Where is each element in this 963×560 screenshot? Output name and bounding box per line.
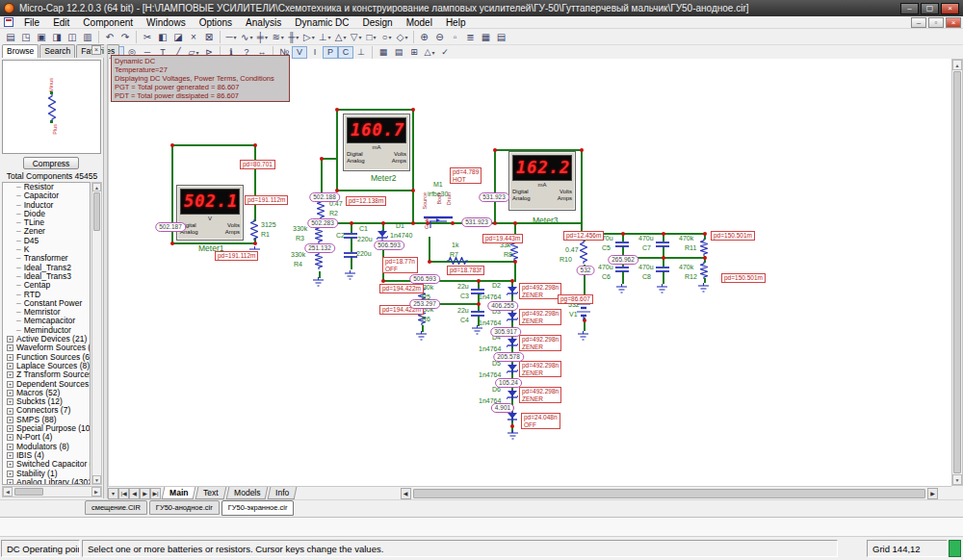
save-as-button[interactable]: ◨ [49,30,65,44]
power-label[interactable]: pd=150.501m [721,273,766,283]
ground-symbol[interactable] [577,331,589,341]
grid-toggle-button[interactable]: ▦ [376,46,391,59]
sine-source-button[interactable]: ∿▾ [239,30,254,44]
sheet-nav-button[interactable]: |◀ [118,488,129,499]
expand-icon[interactable]: + [7,344,13,351]
file-tab-гу50-анодное-cir[interactable]: ГУ50-анодное.cir [149,500,220,515]
sheet-tab-info[interactable]: Info [268,487,298,499]
docked-text-area[interactable] [0,517,963,537]
zener-symbol-D4[interactable] [507,338,518,348]
ground-symbol[interactable] [656,284,668,293]
print-preview-button[interactable]: ◫ [65,30,80,44]
expand-icon[interactable]: + [7,479,13,485]
zoom-in-button[interactable]: ⊕ [417,30,432,44]
menu-file[interactable]: File [17,16,46,29]
expand-icon[interactable]: + [7,444,13,450]
power-label[interactable]: pd=18.783f [447,266,484,275]
transistor-dropdown-icon[interactable]: ▾ [343,34,346,40]
pin-connections-button[interactable]: ⊥ [353,46,369,59]
wire[interactable] [171,144,256,146]
power-label[interactable]: pd=19.443m [482,234,523,243]
meter1[interactable]: 502.1 V DigitalAnalogVoltsAmps [176,185,244,241]
component-label[interactable]: C7 [642,244,651,252]
save-button[interactable]: ▣ [34,30,49,44]
file-tab-гу50-экранное-cir[interactable]: ГУ50-экранное.cir [221,500,295,516]
sheet-tab-text[interactable]: Text [195,487,226,499]
child-minimize-button[interactable]: ‒ [911,17,926,28]
rotate-tool-dropdown-icon[interactable]: ▾ [431,49,434,56]
node-voltage-label[interactable]: 502.188 [309,192,340,202]
new-file-button[interactable]: ▤ [3,30,18,44]
node-voltage-label[interactable]: 531.923 [479,192,509,202]
capacitor-button[interactable]: ╫▾ [286,30,301,44]
component-label[interactable]: C2 [336,232,345,240]
component-label[interactable]: R4 [294,261,302,268]
delete-button[interactable]: × [186,30,201,44]
component-label[interactable]: 22u [457,307,469,315]
node-voltage-label[interactable]: 105.24 [495,378,522,388]
expand-icon[interactable]: + [7,417,13,423]
copy-button[interactable]: ◧ [155,30,170,44]
connector-button[interactable]: ◇▾ [395,30,410,44]
node-voltage-label[interactable]: 502.187 [155,222,186,232]
menu-dynamic-dc[interactable]: Dynamic DC [288,16,355,29]
expand-icon[interactable]: + [7,363,13,369]
power-label[interactable]: pd=492.298nZENER [519,335,561,351]
hscroll-left-button[interactable]: ◀ [401,488,411,499]
meter3[interactable]: 162.2 mA DigitalAnalogVoltsAmps [508,151,576,211]
capacitor-symbol-C8[interactable] [656,266,669,273]
ground-dropdown-icon[interactable]: ▾ [328,34,331,40]
diode-dropdown-icon[interactable]: ▾ [312,34,315,40]
zener-symbol-D2[interactable] [507,286,518,296]
component-label[interactable]: 470u [598,264,613,271]
power-label[interactable]: pd=191.112m [215,251,258,261]
node-voltage-label[interactable]: 253.297 [409,299,440,309]
node-voltage-label[interactable]: 506.593 [374,241,404,250]
node-voltage-label[interactable]: 502.283 [307,218,338,228]
connector-dropdown-icon[interactable]: ▾ [404,34,407,40]
power-label[interactable]: pd=12.138m [346,196,386,206]
diode-symbol-D7[interactable] [507,412,518,422]
resistor-button[interactable]: ≋▾ [270,30,285,44]
sheet-tab-main[interactable]: Main [162,487,196,499]
hscroll-thumb[interactable] [413,489,925,498]
expand-icon[interactable]: + [7,354,13,361]
resistor-symbol-R3[interactable] [315,226,323,243]
component-label[interactable]: 1n4740 [390,232,412,240]
component-label[interactable]: 470u [638,264,654,271]
ground-symbol[interactable] [312,277,325,287]
power-label[interactable]: pd=18.77nOFF [382,257,418,273]
canvas-vscrollbar[interactable]: ▲ ▼ [951,59,963,486]
component-label[interactable]: 1n4764 [479,319,501,327]
menu-analysis[interactable]: Analysis [239,16,288,29]
resistor-symbol-R1[interactable] [250,219,258,241]
tab-search[interactable]: Search [39,44,75,58]
component-label[interactable]: Meter2 [371,174,396,182]
wire[interactable] [254,144,256,221]
currents-button[interactable]: I [307,46,323,59]
redo-button[interactable]: ↷ [117,30,133,44]
component-label[interactable]: 220u [357,236,373,243]
sheet-tab-models[interactable]: Models [226,487,269,499]
power-label[interactable]: pd=4.789HOT [450,167,482,184]
power-label[interactable]: pd=80.701 [240,160,275,169]
expand-icon[interactable]: + [7,398,13,405]
wire-dropdown-icon[interactable]: ▾ [234,34,237,40]
power-label[interactable]: pg=86.607 [558,294,593,304]
component-label[interactable]: M1 [433,181,443,189]
cut-button[interactable]: ✂ [140,30,155,44]
hscroll-right-button[interactable]: ▶ [927,488,938,499]
node-voltage-label[interactable]: 4.901 [491,403,514,413]
component-label[interactable]: 470u [638,235,654,242]
wire[interactable] [429,237,430,263]
component-label[interactable]: 330k [293,225,307,233]
undo-button[interactable]: ↶ [102,30,117,44]
clear-button[interactable]: ⊠ [201,30,217,44]
wire[interactable] [336,190,414,191]
component-label[interactable]: C4 [460,317,469,324]
macro-dropdown-icon[interactable]: ▾ [374,34,377,40]
node-voltage-label[interactable]: 265.962 [608,255,638,265]
zoom-out-button[interactable]: ⊖ [432,30,448,44]
component-label[interactable]: R11 [685,244,696,252]
rotate-tool-button[interactable]: △▾ [422,46,437,59]
